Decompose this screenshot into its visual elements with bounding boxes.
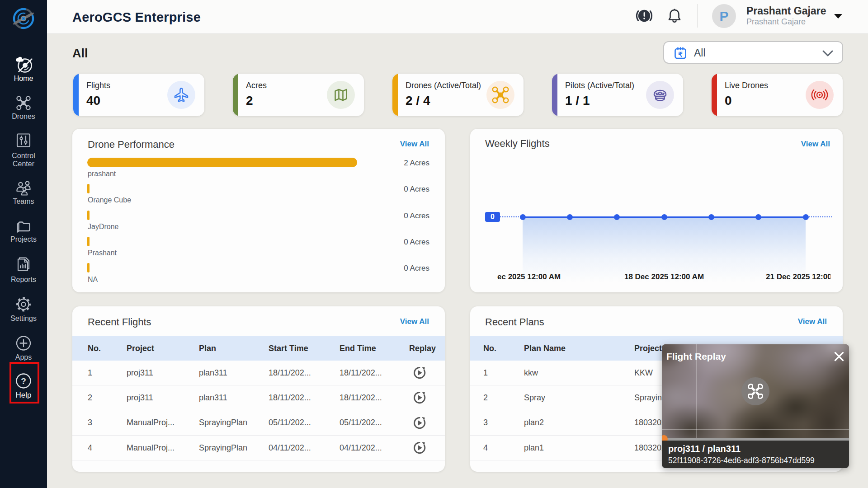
svg-text:?: ?: [21, 376, 26, 386]
svg-text:₹: ₹: [678, 51, 683, 58]
